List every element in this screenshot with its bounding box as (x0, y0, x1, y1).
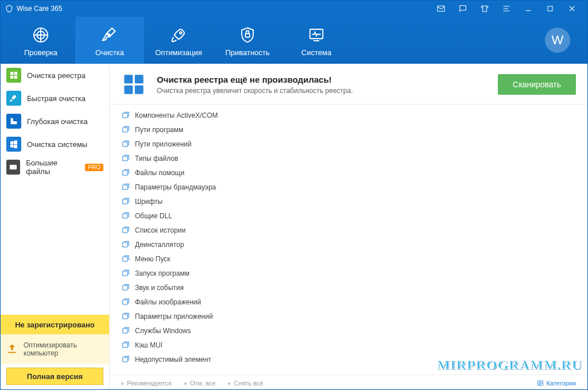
svg-rect-26 (123, 242, 127, 246)
svg-rect-16 (135, 86, 144, 94)
unregistered-banner: Не зарегистрировано (1, 315, 109, 334)
minimize-icon[interactable] (517, 1, 539, 17)
item-icon (121, 240, 130, 249)
list-item[interactable]: Недопустимый элемент (121, 352, 587, 366)
item-icon (121, 140, 130, 149)
svg-rect-0 (438, 6, 444, 11)
rocket-icon (170, 24, 187, 46)
list-item[interactable]: Звук и события (121, 280, 587, 295)
svg-rect-31 (123, 314, 127, 318)
list-item[interactable]: Меню Пуск (121, 252, 587, 266)
header-subtitle: Очистка реестра увеличит скорость и стаб… (157, 87, 353, 95)
app-title: Wise Care 365 (17, 5, 62, 13)
sidebar-item-label: Быстрая очистка (27, 94, 86, 103)
sidebar-item-label: Глубокая очистка (27, 117, 88, 126)
list-item[interactable]: Деинсталлятор (121, 237, 587, 252)
item-label: Звук и события (135, 284, 184, 292)
sidebar-item-label: Большие файлы (26, 159, 79, 176)
svg-rect-14 (135, 75, 144, 83)
promo-text: Оптимизировать компьютер (24, 341, 103, 357)
deep-icon (6, 114, 21, 129)
sidebar-system-clean[interactable]: Очистка системы (1, 133, 109, 156)
user-initial: W (552, 33, 564, 48)
item-label: Компоненты ActiveX/COM (135, 111, 218, 119)
promo-panel: Оптимизировать компьютер (1, 334, 109, 364)
svg-rect-13 (124, 75, 133, 83)
shield-lock-icon (239, 24, 256, 46)
list-item[interactable]: Типы файлов (121, 151, 587, 165)
item-icon (121, 211, 130, 221)
item-label: Службы Windows (135, 327, 191, 335)
nav-check[interactable]: Проверка (6, 17, 75, 64)
tshirt-icon[interactable] (474, 1, 496, 17)
svg-rect-9 (10, 76, 13, 79)
nav-cleanup[interactable]: Очистка (75, 17, 144, 64)
list-item[interactable]: Шрифты (121, 194, 587, 208)
app-shield-icon (5, 5, 13, 13)
maximize-icon[interactable] (539, 1, 561, 17)
full-version-button[interactable]: Полная версия (6, 368, 103, 385)
full-version-label: Полная версия (27, 372, 83, 381)
list-item[interactable]: Кэш MUI (121, 338, 587, 352)
scan-button[interactable]: Сканировать (498, 74, 576, 95)
list-item[interactable]: Список истории (121, 223, 587, 237)
pro-badge: PRO (85, 164, 103, 171)
list-item[interactable]: Файлы помощи (121, 165, 587, 180)
sidebar: Очистка реестра Быстрая очистка Глубокая… (1, 64, 110, 390)
svg-rect-21 (123, 170, 127, 175)
svg-rect-7 (10, 72, 13, 75)
list-item[interactable]: Общие DLL (121, 208, 587, 223)
svg-rect-1 (548, 6, 552, 11)
svg-rect-29 (123, 285, 127, 289)
list-item[interactable]: Службы Windows (121, 323, 587, 338)
registry-items-list: Компоненты ActiveX/COMПути программПути … (110, 105, 587, 374)
svg-rect-8 (14, 72, 17, 75)
item-icon (121, 168, 130, 177)
list-item[interactable]: Запуск программ (121, 266, 587, 280)
item-label: Недопустимый элемент (135, 356, 211, 364)
svg-rect-6 (310, 29, 323, 38)
sidebar-quick-clean[interactable]: Быстрая очистка (1, 87, 109, 110)
item-icon (121, 254, 130, 264)
sidebar-registry-clean[interactable]: Очистка реестра (1, 64, 109, 87)
svg-rect-32 (123, 328, 127, 333)
mail-icon[interactable] (430, 1, 452, 17)
disk-icon (6, 160, 20, 175)
sidebar-big-files[interactable]: Большие файлы PRO (1, 156, 109, 179)
item-icon (121, 226, 130, 235)
svg-rect-25 (123, 227, 127, 232)
windows-icon (6, 137, 21, 152)
list-item[interactable]: Пути программ (121, 122, 587, 137)
upload-icon (6, 343, 18, 356)
item-label: Параметры приложений (135, 312, 213, 321)
nav-label: Приватность (225, 48, 269, 57)
nav-label: Проверка (24, 48, 57, 57)
user-avatar[interactable]: W (545, 28, 570, 53)
monitor-pulse-icon (308, 24, 325, 46)
list-item[interactable]: Параметры приложений (121, 309, 587, 323)
svg-rect-18 (123, 127, 127, 132)
list-item[interactable]: Параметры брандмауэра (121, 180, 587, 194)
menu-icon[interactable] (496, 1, 517, 17)
footer-select-all[interactable]: Отм. все (184, 380, 216, 387)
list-item[interactable]: Пути приложений (121, 137, 587, 151)
nav-system[interactable]: Система (282, 17, 351, 64)
svg-rect-24 (123, 213, 127, 218)
nav-optimize[interactable]: Оптимизация (144, 17, 213, 64)
footer-recommend[interactable]: Рекомендуется (121, 380, 172, 387)
footer-categories[interactable]: Категории (537, 380, 576, 387)
list-item[interactable]: Компоненты ActiveX/COM (121, 108, 587, 122)
close-icon[interactable] (561, 1, 583, 17)
item-label: Список истории (135, 226, 185, 234)
item-label: Файлы изображений (135, 298, 201, 306)
footer-deselect-all[interactable]: Снять всё (228, 380, 263, 387)
sidebar-deep-clean[interactable]: Глубокая очистка (1, 110, 109, 133)
list-item[interactable]: Файлы изображений (121, 295, 587, 309)
item-icon (121, 355, 130, 364)
sidebar-item-label: Очистка реестра (27, 71, 86, 80)
item-icon (121, 269, 130, 278)
feedback-icon[interactable] (452, 1, 474, 17)
list-icon (537, 380, 544, 387)
svg-point-4 (180, 32, 182, 34)
nav-privacy[interactable]: Приватность (213, 17, 282, 64)
